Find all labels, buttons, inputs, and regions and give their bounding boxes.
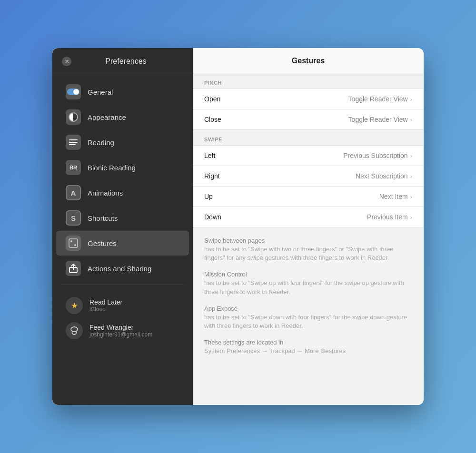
gesture-value-text: Toggle Reader View	[348, 95, 408, 103]
feed-wrangler-icon	[66, 322, 83, 339]
gesture-value: Next Subscription ›	[356, 172, 412, 180]
swipe-section: SWIPE Left Previous Subscription › Right…	[193, 130, 424, 227]
note-text: has to be set to "Swipe up with four fin…	[204, 279, 412, 296]
main-body: PINCH Open Toggle Reader View › Close To…	[193, 73, 424, 405]
sidebar-item-shortcuts[interactable]: S Shortcuts	[56, 206, 189, 230]
account-subtitle: joshginter91@gmail.com	[89, 331, 152, 338]
sidebar-item-actions-sharing[interactable]: Actions and Sharing	[56, 256, 189, 281]
gesture-value-text: Previous Item	[367, 213, 408, 221]
close-button[interactable]: ✕	[62, 57, 71, 66]
main-title: Gestures	[292, 57, 325, 65]
gesture-value: Next Item ›	[379, 193, 412, 200]
gesture-value-text: Next Subscription	[356, 172, 408, 180]
pinch-section: PINCH Open Toggle Reader View › Close To…	[193, 73, 424, 130]
note-title: These settings are located in	[204, 339, 412, 346]
gesture-row-left[interactable]: Left Previous Subscription ›	[193, 145, 424, 166]
gesture-row-up[interactable]: Up Next Item ›	[193, 186, 424, 207]
chevron-icon: ›	[410, 173, 412, 180]
gesture-value: Toggle Reader View ›	[348, 116, 412, 123]
gesture-value-text: Next Item	[379, 193, 408, 200]
pinch-section-header: PINCH	[193, 73, 424, 89]
sidebar-item-animations[interactable]: A Animations	[56, 180, 189, 205]
appearance-icon	[66, 109, 81, 125]
note-mission-control: Mission Control has to be set to "Swipe …	[204, 271, 412, 296]
note-text: System Preferences → Trackpad → More Ges…	[204, 347, 412, 355]
gesture-row-right[interactable]: Right Next Subscription ›	[193, 166, 424, 186]
sidebar-item-label: Actions and Sharing	[88, 265, 151, 273]
sidebar-title: Preferences	[78, 57, 174, 66]
account-subtitle: iCloud	[89, 306, 122, 313]
animations-icon: A	[66, 185, 81, 200]
gesture-label: Open	[204, 95, 220, 103]
sidebar-navigation: General Appearance Reading	[52, 74, 193, 405]
account-name: Feed Wrangler	[89, 324, 152, 331]
gesture-label: Close	[204, 116, 221, 123]
note-title: App Exposé	[204, 305, 412, 312]
sidebar-item-appearance[interactable]: Appearance	[56, 105, 189, 129]
gesture-label: Up	[204, 193, 213, 200]
read-later-icon: ★	[66, 297, 83, 314]
gesture-value: Previous Item ›	[367, 213, 412, 221]
bionic-reading-icon: BR	[66, 160, 81, 175]
swipe-rows: Left Previous Subscription › Right Next …	[193, 145, 424, 227]
note-swipe-between-pages: Swipe between pages has to be set to "Sw…	[204, 237, 412, 262]
sidebar-item-label: Gestures	[88, 239, 117, 247]
close-icon: ✕	[65, 59, 69, 65]
gesture-value: Toggle Reader View ›	[348, 95, 412, 103]
note-title: Swipe between pages	[204, 237, 412, 244]
gesture-label: Down	[204, 213, 221, 221]
svg-point-1	[70, 240, 72, 242]
note-text: has to be set to "Swipe down with four f…	[204, 313, 412, 330]
account-item-read-later[interactable]: ★ Read Later iCloud	[56, 293, 189, 318]
toggle-icon	[66, 84, 81, 99]
sidebar-item-label: Animations	[88, 189, 123, 197]
sidebar-item-label: Shortcuts	[88, 214, 118, 222]
svg-point-2	[74, 244, 76, 246]
swipe-section-header: SWIPE	[193, 130, 424, 145]
sidebar-header: ✕ Preferences	[52, 48, 193, 74]
gestures-icon	[66, 236, 81, 251]
gesture-row-down[interactable]: Down Previous Item ›	[193, 207, 424, 227]
note-app-expose: App Exposé has to be set to "Swipe down …	[204, 305, 412, 330]
chevron-icon: ›	[410, 116, 412, 123]
chevron-icon: ›	[410, 96, 412, 103]
account-item-feed-wrangler[interactable]: Feed Wrangler joshginter91@gmail.com	[56, 318, 189, 343]
gesture-row-open[interactable]: Open Toggle Reader View ›	[193, 89, 424, 109]
chevron-icon: ›	[410, 152, 412, 159]
shortcuts-icon: S	[66, 210, 81, 226]
sidebar-item-general[interactable]: General	[56, 79, 189, 104]
sidebar-item-label: Reading	[88, 138, 114, 147]
note-text: has to be set to "Swipe with two or thre…	[204, 245, 412, 262]
sidebar-item-label: Appearance	[88, 113, 126, 121]
gesture-row-close[interactable]: Close Toggle Reader View ›	[193, 109, 424, 130]
gesture-value-text: Previous Subscription	[343, 152, 407, 159]
chevron-icon: ›	[410, 214, 412, 221]
notes-section: Swipe between pages has to be set to "Sw…	[193, 227, 424, 374]
account-info: Read Later iCloud	[89, 298, 122, 313]
gesture-label: Right	[204, 172, 220, 180]
preferences-window: ✕ Preferences General Appearance	[52, 48, 424, 405]
account-name: Read Later	[89, 298, 122, 306]
reading-icon	[66, 135, 81, 150]
share-icon	[66, 261, 81, 276]
note-title: Mission Control	[204, 271, 412, 278]
sidebar-item-bionic-reading[interactable]: BR Bionic Reading	[56, 155, 189, 180]
gesture-label: Left	[204, 152, 215, 159]
sidebar: ✕ Preferences General Appearance	[52, 48, 193, 405]
svg-point-4	[71, 327, 78, 332]
gesture-value: Previous Subscription ›	[343, 152, 412, 159]
gesture-value-text: Toggle Reader View	[348, 116, 408, 123]
sidebar-accounts: ★ Read Later iCloud Feed	[52, 289, 193, 349]
sidebar-item-gestures[interactable]: Gestures	[56, 231, 189, 256]
sidebar-divider	[60, 285, 185, 285]
sidebar-item-label: Bionic Reading	[88, 164, 136, 172]
main-header: Gestures	[193, 48, 424, 73]
pinch-rows: Open Toggle Reader View › Close Toggle R…	[193, 89, 424, 130]
sidebar-item-label: General	[88, 88, 113, 96]
main-content: Gestures PINCH Open Toggle Reader View ›…	[193, 48, 424, 405]
svg-rect-0	[69, 239, 78, 247]
account-info: Feed Wrangler joshginter91@gmail.com	[89, 324, 152, 338]
note-settings-location: These settings are located in System Pre…	[204, 339, 412, 355]
sidebar-item-reading[interactable]: Reading	[56, 130, 189, 155]
chevron-icon: ›	[410, 193, 412, 200]
